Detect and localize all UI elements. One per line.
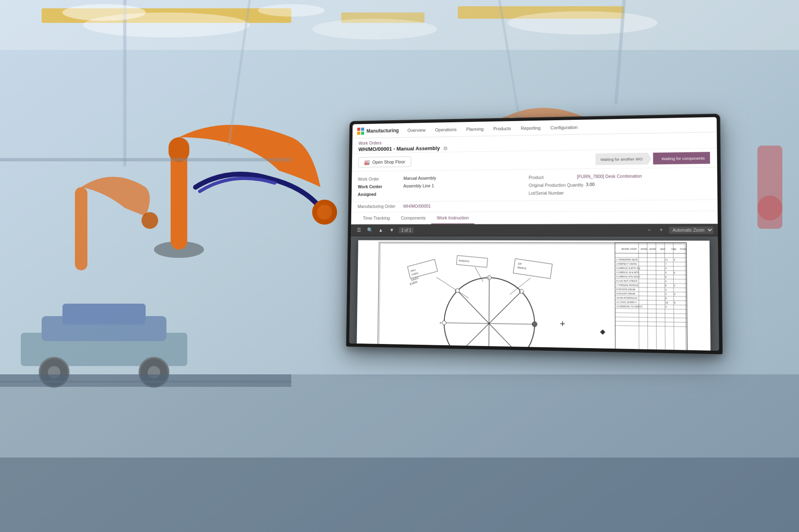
product-row: Product [FURN_7800] Desk Combination bbox=[529, 173, 710, 180]
work-order-row: Work Order Manual Assembly bbox=[358, 175, 529, 182]
svg-text:11: 11 bbox=[665, 258, 667, 261]
svg-text:6: 6 bbox=[674, 271, 675, 274]
lot-serial-label: Lot/Serial Number bbox=[529, 190, 574, 196]
svg-text:7 TORQUE NOZZLE: 7 TORQUE NOZZLE bbox=[616, 284, 638, 287]
pdf-zoom-select[interactable]: Automatic Zoom bbox=[669, 226, 714, 234]
lot-serial-row: Lot/Serial Number bbox=[529, 189, 710, 195]
svg-rect-41 bbox=[361, 127, 365, 131]
svg-text:5 UNPACK RTG BOLT: 5 UNPACK RTG BOLT bbox=[616, 275, 640, 278]
svg-text:3: 3 bbox=[674, 293, 675, 295]
svg-text:8: 8 bbox=[674, 302, 675, 304]
laptop-screen-inner: Manufacturing Overview Operations Planni… bbox=[349, 117, 719, 351]
svg-text:2: 2 bbox=[488, 276, 489, 279]
svg-rect-9 bbox=[171, 146, 187, 250]
product-value[interactable]: [FURN_7800] Desk Combination bbox=[577, 173, 642, 179]
svg-line-27 bbox=[229, 0, 250, 146]
pdf-search-button[interactable]: 🔍 bbox=[366, 226, 374, 234]
svg-text:9 ADJUST DRUM: 9 ADJUST DRUM bbox=[616, 292, 635, 295]
work-instruction-drawing: WORK STEP WORK WORK WAIT TIME TOTAL bbox=[356, 240, 711, 351]
svg-text:WORK STEP: WORK STEP bbox=[621, 247, 637, 250]
pdf-total-pages: 1 bbox=[409, 228, 411, 233]
pdf-page: WORK STEP WORK WORK WAIT TIME TOTAL bbox=[356, 240, 711, 351]
pdf-viewer: ☰ 🔍 ▲ ▼ 1 of 1 − + Automatic Zoom bbox=[349, 224, 719, 351]
nav-products[interactable]: Products bbox=[489, 121, 515, 136]
svg-text:3 UNPACK & MTG SQ: 3 UNPACK & MTG SQ bbox=[616, 267, 640, 270]
svg-point-14 bbox=[141, 212, 158, 229]
svg-text:6 LUG NUT CHECK: 6 LUG NUT CHECK bbox=[616, 280, 638, 282]
svg-rect-1 bbox=[0, 0, 799, 50]
mfg-order-label: Manufacturing Order bbox=[357, 203, 401, 209]
page-title: WH/MO/00001 - Manual Assembly bbox=[358, 145, 440, 152]
nav-overview[interactable]: Overview bbox=[403, 122, 429, 137]
svg-text:1: 1 bbox=[536, 323, 538, 326]
svg-text:+: + bbox=[560, 319, 565, 329]
svg-point-34 bbox=[62, 4, 146, 21]
nav-logo: Manufacturing bbox=[357, 127, 399, 135]
open-shop-floor-button[interactable]: 🏭 Open Shop Floor bbox=[358, 156, 411, 168]
svg-text:4: 4 bbox=[665, 306, 667, 308]
orig-qty-label: Original Production Quantity bbox=[529, 182, 583, 188]
svg-text:WAIT: WAIT bbox=[660, 248, 665, 250]
nav-planning[interactable]: Planning bbox=[462, 121, 488, 136]
mfg-order-value[interactable]: WH/MO/00001 bbox=[403, 203, 431, 208]
work-center-label: Work Center bbox=[358, 183, 401, 189]
tab-work-instruction[interactable]: Work Instruction bbox=[431, 212, 474, 225]
svg-text:4: 4 bbox=[665, 267, 666, 270]
assigned-label: Assigned bbox=[358, 191, 401, 197]
orig-qty-row: Original Production Quantity 3.00 bbox=[529, 181, 710, 188]
svg-rect-43 bbox=[361, 131, 364, 135]
pdf-prev-page[interactable]: ▲ bbox=[377, 226, 385, 234]
svg-point-129 bbox=[442, 321, 446, 325]
pdf-zoom-in[interactable]: + bbox=[657, 226, 666, 234]
form-section: Work Order Manual Assembly Work Center A… bbox=[352, 168, 718, 202]
svg-text:11 COOL DOWN 4: 11 COOL DOWN 4 bbox=[616, 301, 636, 304]
svg-text:8: 8 bbox=[519, 290, 521, 293]
svg-text:4: 4 bbox=[674, 258, 675, 261]
svg-text:TIME: TIME bbox=[671, 248, 676, 250]
pdf-page-separator: of bbox=[404, 228, 409, 233]
svg-text:6: 6 bbox=[665, 276, 666, 278]
nav-configuration[interactable]: Configuration bbox=[546, 119, 582, 135]
svg-text:4: 4 bbox=[665, 288, 666, 291]
manufacturing-order-row: Manufacturing Order WH/MO/00001 bbox=[351, 200, 717, 213]
svg-text:7: 7 bbox=[665, 263, 666, 265]
svg-point-21 bbox=[139, 358, 169, 387]
svg-text:18: 18 bbox=[665, 301, 667, 304]
svg-text:4: 4 bbox=[665, 271, 666, 274]
tab-components[interactable]: Components bbox=[395, 212, 432, 225]
svg-text:8: 8 bbox=[665, 297, 666, 299]
pdf-zoom-out[interactable]: − bbox=[645, 226, 653, 234]
svg-point-37 bbox=[757, 195, 782, 220]
svg-line-112 bbox=[489, 324, 489, 351]
svg-rect-13 bbox=[75, 187, 87, 270]
pdf-current-page: 1 bbox=[401, 228, 403, 233]
pdf-sidebar-toggle[interactable]: ☰ bbox=[355, 226, 363, 234]
svg-point-20 bbox=[40, 358, 69, 387]
svg-text:TOTAL: TOTAL bbox=[680, 248, 687, 250]
svg-text:12 REMOVE TO DEPOT: 12 REMOVE TO DEPOT bbox=[616, 305, 643, 308]
svg-text:◆: ◆ bbox=[600, 328, 606, 335]
pdf-page-info: 1 of 1 bbox=[399, 227, 413, 233]
svg-rect-3 bbox=[341, 12, 424, 23]
work-center-value: Assembly Line 1 bbox=[403, 183, 434, 188]
nav-operations[interactable]: Operations bbox=[431, 122, 461, 137]
svg-rect-4 bbox=[458, 6, 624, 19]
settings-gear-icon[interactable]: ⚙ bbox=[443, 145, 449, 151]
pdf-next-page[interactable]: ▼ bbox=[388, 226, 396, 234]
laptop: Manufacturing Overview Operations Planni… bbox=[346, 114, 723, 354]
form-left-col: Work Order Manual Assembly Work Center A… bbox=[358, 175, 529, 197]
step-label-1: Waiting for components bbox=[662, 156, 705, 161]
work-order-value: Manual Assembly bbox=[403, 176, 436, 181]
status-step-waiting-wo[interactable]: Waiting for another WO bbox=[596, 153, 648, 165]
svg-rect-10 bbox=[169, 137, 189, 162]
svg-rect-40 bbox=[357, 127, 360, 131]
svg-text:3: 3 bbox=[455, 290, 457, 292]
svg-point-12 bbox=[317, 205, 332, 220]
svg-point-6 bbox=[312, 19, 437, 40]
nav-reporting[interactable]: Reporting bbox=[517, 120, 545, 136]
svg-rect-44 bbox=[375, 240, 690, 351]
status-step-waiting-components[interactable]: Waiting for components bbox=[653, 152, 710, 164]
tab-time-tracking[interactable]: Time Tracking bbox=[357, 212, 396, 224]
status-pipeline: Waiting for another WO Waiting for compo… bbox=[596, 152, 710, 165]
work-order-label: Work Order bbox=[358, 176, 401, 182]
